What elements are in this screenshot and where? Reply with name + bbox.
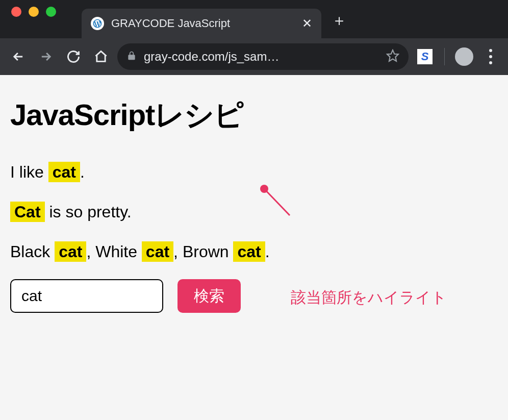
search-input[interactable] (10, 279, 163, 313)
svg-marker-1 (387, 50, 398, 61)
highlight: cat (142, 241, 173, 262)
text-segment: I like (10, 163, 48, 181)
tabs-area: GRAYCODE JavaScript ✕ ＋ (82, 0, 347, 38)
browser-tabstrip: GRAYCODE JavaScript ✕ ＋ (0, 0, 508, 38)
extension-icon[interactable]: S (414, 45, 436, 68)
wordpress-favicon-icon (91, 17, 104, 30)
new-tab-button[interactable]: ＋ (332, 10, 347, 31)
page-title: JavaScriptレシピ (10, 95, 498, 135)
back-button[interactable] (7, 45, 30, 68)
bookmark-star-icon[interactable] (386, 49, 399, 64)
svg-line-2 (264, 189, 290, 215)
text-segment: Black (10, 242, 55, 261)
text-segment: , White (86, 242, 141, 261)
url-text: gray-code.com/js_sam… (144, 50, 379, 64)
browser-tab[interactable]: GRAYCODE JavaScript ✕ (82, 9, 321, 38)
minimize-window-button[interactable] (29, 7, 39, 17)
lock-icon (126, 50, 137, 63)
menu-button[interactable] (480, 49, 501, 64)
browser-toolbar: gray-code.com/js_sam… S (0, 38, 508, 75)
forward-button[interactable] (35, 45, 57, 68)
search-row: 検索 該当箇所をハイライト (10, 279, 498, 313)
reload-button[interactable] (62, 45, 85, 68)
window-controls (0, 7, 56, 32)
sample-line-1: I like cat. (10, 160, 498, 184)
avatar-icon (455, 47, 473, 66)
text-segment: . (80, 163, 85, 181)
close-tab-icon[interactable]: ✕ (301, 16, 313, 31)
highlight: cat (55, 241, 86, 262)
highlight: cat (233, 241, 265, 262)
close-window-button[interactable] (11, 7, 21, 17)
toolbar-separator (444, 48, 445, 65)
address-bar[interactable]: gray-code.com/js_sam… (117, 43, 409, 70)
search-button[interactable]: 検索 (177, 279, 241, 313)
annotation-label: 該当箇所をハイライト (291, 287, 447, 308)
maximize-window-button[interactable] (46, 7, 56, 17)
text-segment: . (265, 242, 270, 261)
home-button[interactable] (90, 45, 112, 68)
tab-title: GRAYCODE JavaScript (111, 17, 294, 30)
highlight: cat (48, 162, 80, 182)
page-content: JavaScriptレシピ I like cat. Cat is so pret… (0, 75, 508, 333)
annotation-line (254, 184, 305, 225)
s-extension-icon: S (417, 49, 433, 64)
highlight: Cat (10, 202, 45, 222)
svg-point-3 (260, 185, 268, 193)
sample-line-3: Black cat, White cat, Brown cat. (10, 239, 498, 264)
text-segment: is so pretty. (45, 203, 132, 221)
text-segment: , Brown (173, 242, 233, 261)
profile-button[interactable] (453, 45, 475, 68)
